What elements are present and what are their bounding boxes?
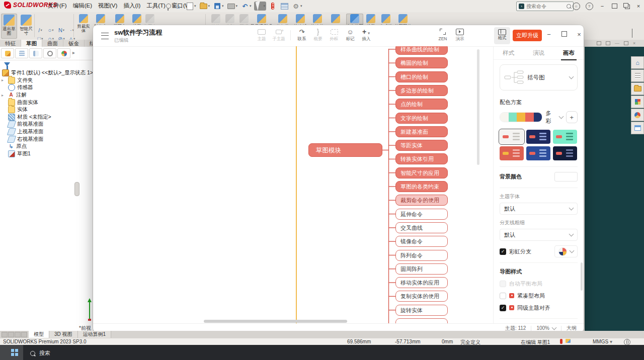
menu-item[interactable]: 编辑(E) (73, 2, 92, 10)
save-button[interactable]: ▾ (212, 2, 225, 11)
mindmap-node[interactable]: 多边形的绘制 (395, 85, 448, 96)
structure-selector[interactable]: 括号图 (500, 64, 578, 91)
pin-icon[interactable] (166, 4, 171, 9)
design-library-icon[interactable] (631, 69, 644, 82)
format-panel-tab[interactable]: 演说 (533, 49, 544, 57)
theme-preview-card[interactable] (500, 146, 524, 160)
mm-minimize-button[interactable]: − (544, 31, 554, 38)
summary-button[interactable]: } 概要 (309, 28, 327, 42)
mindmap-node[interactable]: 移动实体的应用 (395, 277, 448, 288)
topic-button[interactable]: 主题 (253, 28, 270, 42)
next-window-icon[interactable] (606, 41, 610, 45)
taskbar-search[interactable]: 搜索 (30, 349, 50, 357)
tree-item-sensor[interactable]: 传感器 (0, 84, 93, 92)
ribbon-tab[interactable]: 钣金 (63, 40, 85, 47)
units-dropdown-icon[interactable]: ▾ (610, 339, 612, 344)
panel-scrollbar[interactable] (581, 262, 583, 291)
select-button[interactable]: ▾ (254, 2, 267, 11)
add-scheme-button[interactable]: + (566, 111, 578, 123)
boundary-button[interactable]: 外框 (326, 28, 343, 42)
tree-item-material[interactable]: 材质 <未指定> (0, 114, 93, 121)
menu-item[interactable]: 工具(T) (146, 2, 166, 10)
undo-button[interactable]: ↶▾ (240, 2, 253, 11)
mindmap-canvas[interactable]: 草图模块 样条曲线的绘制椭圆的绘制槽口的绘制多边形的绘制点的绘制文字的绘制新建基… (93, 46, 493, 323)
mindmap-node[interactable]: 旋转实体 (395, 305, 448, 316)
theme-preview-card[interactable] (526, 146, 550, 160)
mindmap-node[interactable]: 转换实体引用 (395, 153, 448, 164)
mindmap-node[interactable]: 槽口的绘制 (395, 71, 448, 82)
root-topic-node[interactable]: 草图模块 (308, 143, 382, 157)
marker-button[interactable]: ☺ 标记 (342, 28, 359, 42)
ribbon-tab[interactable]: 特征 (0, 40, 21, 47)
forum-icon[interactable] (631, 122, 644, 134)
theme-preview-card[interactable] (553, 130, 577, 144)
canvas-vertical-scrollbar[interactable] (477, 49, 479, 165)
colors-sphere-icon[interactable] (631, 109, 644, 121)
start-button[interactable] (11, 349, 18, 356)
menu-item[interactable]: 插入(I) (123, 2, 140, 10)
doc-minimize-icon[interactable]: — (615, 41, 619, 46)
configurationmanager-tab[interactable] (29, 48, 42, 58)
mindmap-node[interactable]: 椭圆的绘制 (395, 57, 448, 68)
document-tab[interactable]: 模型 (29, 331, 49, 338)
upgrade-button[interactable]: 立即升级 (513, 30, 542, 41)
close-button[interactable]: × (634, 2, 643, 10)
tree-item-folder[interactable]: 曲面实体 (0, 99, 93, 106)
home-button[interactable]: ⌂ (173, 2, 183, 11)
mindmap-node[interactable]: 复制实体的使用 (395, 291, 448, 302)
mindmap-node[interactable]: 裁剪命令的使用 (395, 195, 448, 206)
command-search[interactable]: › 搜索命令 (516, 2, 574, 11)
login-button[interactable]: ○ (572, 2, 581, 10)
file-explorer-icon[interactable] (631, 82, 644, 95)
ribbon-tab[interactable]: 草图 (21, 40, 42, 47)
smart-dimension-button[interactable]: 智能尺寸 (18, 14, 34, 39)
exit-sketch-button[interactable]: 退出草图 (1, 14, 17, 39)
tree-item-plane[interactable]: 右视基准面 (0, 135, 93, 143)
mindmap-node[interactable]: 延伸命令 (395, 209, 448, 220)
print-button[interactable]: ▾ (226, 2, 239, 11)
options-button[interactable]: ⚙▾ (291, 2, 303, 11)
mindmap-node[interactable]: 样条曲线的绘制 (395, 46, 448, 55)
tree-tabs-expand-icon[interactable]: ▸ (72, 48, 75, 58)
relationship-button[interactable]: ↷ 联系 (293, 28, 310, 42)
tree-item-plane[interactable]: 前视基准面 (0, 121, 93, 128)
propertymanager-tab[interactable] (15, 48, 28, 58)
subtopic-button[interactable]: 子主题 (270, 28, 287, 42)
color-scheme-swatch[interactable] (500, 112, 542, 122)
zen-mode-button[interactable]: ZEN (434, 28, 451, 41)
menu-item[interactable]: 视图(V) (98, 2, 117, 10)
appearances-icon[interactable] (631, 96, 644, 108)
theme-preview-card[interactable] (526, 130, 550, 144)
menu-item[interactable]: 文件(F) (48, 2, 67, 10)
mindmap-node[interactable] (395, 318, 448, 323)
insert-button[interactable]: +∨ 插入 (358, 28, 375, 42)
branch-width-select[interactable]: 默认 (500, 229, 578, 241)
mindmap-node[interactable]: 交叉曲线 (395, 222, 448, 233)
tree-item-plane[interactable]: 上视基准面 (0, 128, 93, 136)
tab-scroll-buttons[interactable] (0, 331, 29, 338)
mindmap-node[interactable]: 圆周阵列 (395, 263, 448, 275)
checkbox[interactable]: ✓ (500, 305, 506, 311)
tree-item-annotations[interactable]: ▸A注解 (0, 92, 93, 99)
format-panel-toggle[interactable]: 格式 (494, 27, 510, 44)
mindmap-node[interactable]: 点的绘制 (395, 99, 448, 110)
format-panel-tab[interactable]: 画布 (563, 49, 575, 57)
filter-icon[interactable] (4, 62, 10, 66)
new-document-button[interactable]: ▾ (185, 2, 197, 11)
background-color-swatch[interactable] (554, 172, 578, 182)
mindmap-node[interactable]: 文字的绘制 (395, 113, 448, 124)
theme-preview-card[interactable] (553, 146, 577, 160)
mindmap-node[interactable]: 新建基准面 (395, 126, 448, 137)
arrange-windows-button[interactable] (622, 2, 631, 10)
tree-item-origin[interactable]: ↳原点 (0, 143, 93, 150)
chevron-down-icon[interactable] (558, 114, 564, 119)
mm-maximize-button[interactable] (559, 31, 569, 38)
tree-item-folder[interactable]: 实体 (0, 106, 93, 114)
theme-font-select[interactable]: 默认 (500, 203, 578, 215)
rainbow-branch-checkbox[interactable]: ✓ (500, 248, 506, 255)
prev-window-icon[interactable] (597, 41, 601, 45)
mindmap-node[interactable]: 智能尺寸的应用 (395, 167, 448, 178)
document-tab[interactable]: 3D 视图 (49, 331, 78, 338)
ribbon-tab[interactable]: 曲面 (42, 40, 63, 47)
tree-root-item[interactable]: 零件1 (默认) <<默认>_显示状态 1> (0, 69, 93, 77)
